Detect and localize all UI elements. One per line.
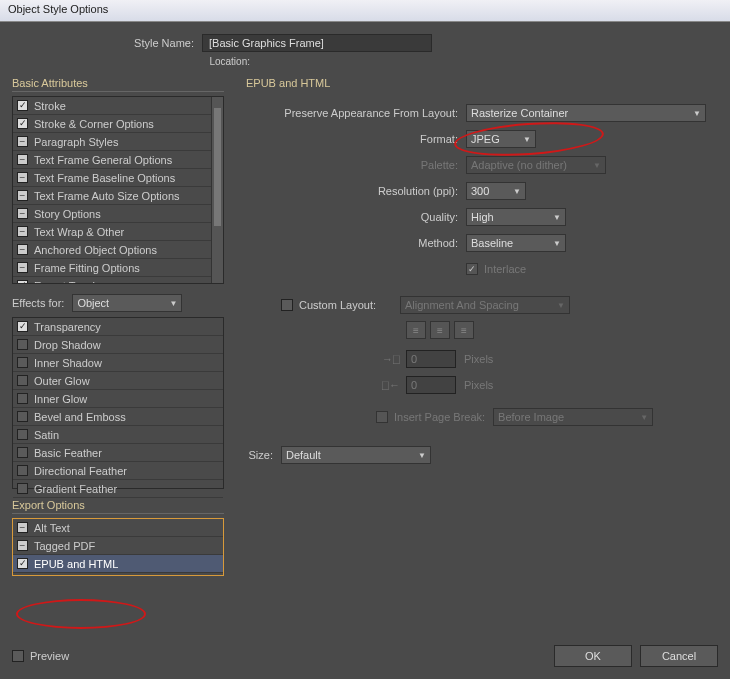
alignment-buttons: ≡ ≡ ≡ — [406, 321, 718, 339]
effects-item[interactable]: ✓Transparency — [13, 318, 223, 336]
preview-label: Preview — [30, 650, 69, 662]
chevron-down-icon: ▼ — [553, 213, 561, 222]
space-before-input: 0 — [406, 350, 456, 368]
basic-attributes-item[interactable]: ✓Export Tagging — [13, 277, 211, 284]
mixed-state-icon[interactable]: − — [17, 136, 28, 147]
style-name-field[interactable]: [Basic Graphics Frame] — [202, 34, 432, 52]
mixed-state-icon[interactable]: − — [17, 262, 28, 273]
list-item-label: Bevel and Emboss — [34, 411, 126, 423]
effects-item[interactable]: Bevel and Emboss — [13, 408, 223, 426]
basic-attributes-item[interactable]: −Text Frame Auto Size Options — [13, 187, 211, 205]
custom-layout-checkbox[interactable] — [281, 299, 293, 311]
list-item-label: Gradient Feather — [34, 483, 117, 495]
checkbox-icon[interactable]: ✓ — [17, 321, 28, 332]
checkbox-icon[interactable]: ✓ — [17, 558, 28, 569]
window-titlebar: Object Style Options — [0, 0, 730, 22]
basic-attributes-item[interactable]: ✓Stroke — [13, 97, 211, 115]
export-options-item[interactable]: ✓EPUB and HTML — [13, 555, 223, 573]
export-options-heading: Export Options — [12, 499, 224, 514]
scroll-thumb[interactable] — [213, 107, 222, 227]
basic-attributes-item[interactable]: −Story Options — [13, 205, 211, 223]
interlace-checkbox: ✓ — [466, 263, 478, 275]
scrollbar[interactable] — [211, 97, 223, 283]
mixed-state-icon[interactable]: − — [17, 172, 28, 183]
effects-item[interactable]: Outer Glow — [13, 372, 223, 390]
basic-attributes-item[interactable]: −Text Wrap & Other — [13, 223, 211, 241]
list-item-label: Transparency — [34, 321, 101, 333]
mixed-state-icon[interactable]: − — [17, 190, 28, 201]
preserve-value: Rasterize Container — [471, 107, 568, 119]
export-options-item[interactable]: −Tagged PDF — [13, 537, 223, 555]
checkbox-icon[interactable]: ✓ — [17, 280, 28, 284]
custom-layout-label: Custom Layout: — [299, 299, 394, 311]
basic-attributes-item[interactable]: −Frame Fitting Options — [13, 259, 211, 277]
effects-item[interactable]: Satin — [13, 426, 223, 444]
checkbox-icon[interactable] — [17, 393, 28, 404]
effects-list: ✓TransparencyDrop ShadowInner ShadowOute… — [12, 317, 224, 489]
basic-attributes-item[interactable]: −Text Frame Baseline Options — [13, 169, 211, 187]
left-column: Basic Attributes ✓Stroke✓Stroke & Corner… — [12, 77, 224, 617]
list-item-label: Stroke & Corner Options — [34, 118, 154, 130]
space-before-icon: →⎕ — [246, 353, 406, 365]
basic-attributes-item[interactable]: −Text Frame General Options — [13, 151, 211, 169]
list-item-label: Alt Text — [34, 522, 70, 534]
effects-item[interactable]: Inner Shadow — [13, 354, 223, 372]
mixed-state-icon[interactable]: − — [17, 540, 28, 551]
format-dropdown[interactable]: JPEG▼ — [466, 130, 536, 148]
checkbox-icon[interactable] — [17, 483, 28, 494]
preview-checkbox[interactable] — [12, 650, 24, 662]
list-item-label: Basic Feather — [34, 447, 102, 459]
chevron-down-icon: ▼ — [418, 451, 426, 460]
basic-attributes-item[interactable]: ✓Stroke & Corner Options — [13, 115, 211, 133]
effects-item[interactable]: Drop Shadow — [13, 336, 223, 354]
resolution-value: 300 — [471, 185, 489, 197]
ok-button[interactable]: OK — [554, 645, 632, 667]
effects-item[interactable]: Gradient Feather — [13, 480, 223, 498]
checkbox-icon[interactable] — [17, 339, 28, 350]
format-label: Format: — [246, 133, 466, 145]
mixed-state-icon[interactable]: − — [17, 208, 28, 219]
chevron-down-icon: ▼ — [640, 413, 648, 422]
size-label: Size: — [246, 449, 281, 461]
checkbox-icon[interactable] — [17, 375, 28, 386]
insert-page-break-checkbox — [376, 411, 388, 423]
mixed-state-icon[interactable]: − — [17, 154, 28, 165]
checkbox-icon[interactable]: ✓ — [17, 100, 28, 111]
checkbox-icon[interactable] — [17, 429, 28, 440]
effects-item[interactable]: Basic Feather — [13, 444, 223, 462]
interlace-label: Interlace — [484, 263, 526, 275]
mixed-state-icon[interactable]: − — [17, 244, 28, 255]
mixed-state-icon[interactable]: − — [17, 226, 28, 237]
effects-item[interactable]: Directional Feather — [13, 462, 223, 480]
effects-item[interactable]: Inner Glow — [13, 390, 223, 408]
basic-attributes-item[interactable]: −Paragraph Styles — [13, 133, 211, 151]
checkbox-icon[interactable] — [17, 447, 28, 458]
list-item-label: Inner Shadow — [34, 357, 102, 369]
list-item-label: Directional Feather — [34, 465, 127, 477]
quality-value: High — [471, 211, 494, 223]
preserve-dropdown[interactable]: Rasterize Container▼ — [466, 104, 706, 122]
quality-dropdown[interactable]: High▼ — [466, 208, 566, 226]
mixed-state-icon[interactable]: − — [17, 522, 28, 533]
align-right-button: ≡ — [454, 321, 474, 339]
align-center-button: ≡ — [430, 321, 450, 339]
preserve-label: Preserve Appearance From Layout: — [246, 107, 466, 119]
space-after-unit: Pixels — [464, 379, 493, 391]
checkbox-icon[interactable] — [17, 357, 28, 368]
export-options-item[interactable]: −Alt Text — [13, 519, 223, 537]
chevron-down-icon: ▼ — [169, 299, 177, 308]
list-item-label: Story Options — [34, 208, 101, 220]
size-value: Default — [286, 449, 321, 461]
method-dropdown[interactable]: Baseline▼ — [466, 234, 566, 252]
resolution-dropdown[interactable]: 300▼ — [466, 182, 526, 200]
cancel-button[interactable]: Cancel — [640, 645, 718, 667]
size-dropdown[interactable]: Default▼ — [281, 446, 431, 464]
effects-for-dropdown[interactable]: Object▼ — [72, 294, 182, 312]
align-left-button: ≡ — [406, 321, 426, 339]
method-value: Baseline — [471, 237, 513, 249]
checkbox-icon[interactable]: ✓ — [17, 118, 28, 129]
basic-attributes-item[interactable]: −Anchored Object Options — [13, 241, 211, 259]
checkbox-icon[interactable] — [17, 411, 28, 422]
dialog-body: Style Name: [Basic Graphics Frame] Locat… — [0, 22, 730, 679]
checkbox-icon[interactable] — [17, 465, 28, 476]
